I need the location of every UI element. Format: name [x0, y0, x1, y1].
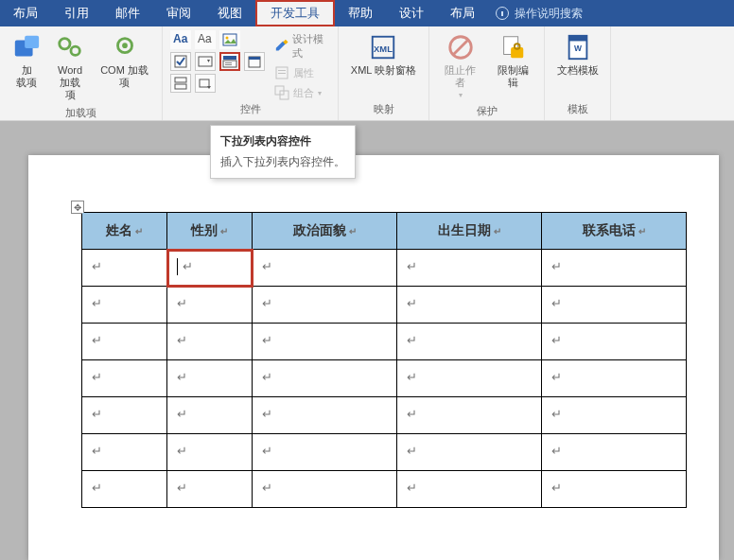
- table-cell[interactable]: ↵: [253, 250, 397, 287]
- table-cell[interactable]: ↵: [542, 471, 687, 508]
- legacy-tools-button[interactable]: [195, 74, 216, 93]
- table-cell[interactable]: ↵: [167, 471, 253, 508]
- table-cell[interactable]: ↵: [253, 360, 397, 397]
- tab-layout[interactable]: 布局: [0, 0, 51, 26]
- table-cell[interactable]: ↵: [253, 287, 397, 324]
- paragraph-mark: ↵: [551, 444, 562, 458]
- xml-mapping-icon: XML: [368, 32, 398, 62]
- table-row: ↵↵↵↵↵: [82, 360, 687, 397]
- svg-point-5: [122, 43, 128, 48]
- table-cell[interactable]: ↵: [253, 397, 397, 434]
- header-birthdate-label: 出生日期: [438, 222, 491, 237]
- combo-box-control-button[interactable]: [195, 52, 216, 71]
- properties-button[interactable]: 属性: [274, 65, 330, 80]
- table-cell[interactable]: ↵: [167, 360, 253, 397]
- header-political[interactable]: 政治面貌↵: [253, 213, 397, 250]
- paragraph-mark: ↵: [262, 259, 272, 273]
- table-cell[interactable]: ↵: [167, 250, 253, 287]
- tab-developer[interactable]: 开发工具: [255, 0, 335, 26]
- xml-mapping-pane-button[interactable]: XML XML 映射窗格: [347, 30, 420, 79]
- table-cell[interactable]: ↵: [397, 471, 542, 508]
- table-cell[interactable]: ↵: [542, 360, 687, 397]
- table-cell[interactable]: ↵: [542, 397, 687, 434]
- header-gender[interactable]: 性别↵: [167, 213, 253, 250]
- date-picker-control-button[interactable]: [244, 52, 265, 71]
- tab-review[interactable]: 审阅: [153, 0, 204, 26]
- com-addins-button[interactable]: COM 加载项: [95, 30, 154, 91]
- svg-rect-11: [223, 61, 236, 67]
- svg-rect-18: [200, 79, 209, 87]
- page[interactable]: ✥ 姓名↵ 性别↵ 政治面貌↵ 出生日期↵ 联系电话↵ ↵↵↵↵↵↵↵↵↵↵↵↵…: [28, 155, 719, 560]
- restrict-editing-label: 限制编辑: [494, 64, 533, 89]
- svg-text:XML: XML: [375, 44, 393, 54]
- header-phone-label: 联系电话: [583, 222, 636, 237]
- paragraph-mark: ↵: [638, 226, 646, 236]
- tell-me-search[interactable]: 操作说明搜索: [496, 6, 583, 22]
- addins-button[interactable]: 加 载项: [8, 30, 45, 91]
- table-cell[interactable]: ↵: [82, 324, 167, 360]
- form-table[interactable]: 姓名↵ 性别↵ 政治面貌↵ 出生日期↵ 联系电话↵ ↵↵↵↵↵↵↵↵↵↵↵↵↵↵…: [81, 212, 687, 508]
- table-cell[interactable]: ↵: [167, 324, 253, 360]
- table-cell[interactable]: ↵: [542, 287, 687, 324]
- tab-help[interactable]: 帮助: [335, 0, 386, 26]
- table-cell[interactable]: ↵: [82, 434, 167, 471]
- properties-label: 属性: [293, 66, 314, 80]
- table-cell[interactable]: ↵: [397, 324, 542, 360]
- svg-text:W: W: [574, 44, 582, 53]
- table-cell[interactable]: ↵: [253, 434, 397, 471]
- table-cell[interactable]: ↵: [542, 324, 687, 360]
- svg-rect-21: [278, 70, 286, 71]
- table-cell[interactable]: ↵: [542, 434, 687, 471]
- dropdown-list-control-button[interactable]: [219, 52, 240, 71]
- document-template-button[interactable]: W 文档模板: [553, 30, 603, 79]
- paragraph-mark: ↵: [92, 370, 102, 384]
- table-cell[interactable]: ↵: [167, 397, 253, 434]
- tab-design[interactable]: 设计: [386, 0, 437, 26]
- word-addins-button[interactable]: Word 加载项: [51, 30, 89, 104]
- svg-rect-16: [175, 78, 186, 82]
- table-cell[interactable]: ↵: [82, 471, 167, 508]
- table-cell[interactable]: ↵: [397, 360, 542, 397]
- group-control-button[interactable]: 组合 ▾: [274, 85, 330, 100]
- svg-line-28: [453, 41, 467, 55]
- table-cell[interactable]: ↵: [167, 287, 253, 324]
- design-mode-button[interactable]: 设计模式: [274, 32, 330, 61]
- paragraph-mark: ↵: [92, 259, 102, 273]
- design-mode-label: 设计模式: [292, 32, 330, 61]
- tab-mailings[interactable]: 邮件: [102, 0, 153, 26]
- header-phone[interactable]: 联系电话↵: [542, 213, 687, 250]
- checkbox-control-button[interactable]: [170, 52, 191, 71]
- table-cell[interactable]: ↵: [397, 287, 542, 324]
- table-cell[interactable]: ↵: [397, 397, 542, 434]
- table-cell[interactable]: ↵: [167, 434, 253, 471]
- paragraph-mark: ↵: [92, 296, 102, 310]
- paragraph-mark: ↵: [177, 481, 187, 495]
- table-cell[interactable]: ↵: [397, 250, 542, 287]
- repeating-section-control-button[interactable]: [170, 74, 191, 93]
- paragraph-mark: ↵: [92, 481, 102, 495]
- tab-view[interactable]: 视图: [204, 0, 255, 26]
- table-cell[interactable]: ↵: [253, 471, 397, 508]
- table-cell[interactable]: ↵: [82, 250, 167, 287]
- rich-text-control-button[interactable]: Aa: [170, 30, 191, 49]
- restrict-editing-button[interactable]: 限制编辑: [490, 30, 537, 91]
- properties-icon: [274, 65, 289, 80]
- header-birthdate[interactable]: 出生日期↵: [397, 213, 542, 250]
- table-cell[interactable]: ↵: [253, 324, 397, 360]
- tab-layout-table[interactable]: 布局: [437, 0, 488, 26]
- plain-text-control-button[interactable]: Aa: [195, 30, 216, 49]
- table-cell[interactable]: ↵: [397, 434, 542, 471]
- table-cell[interactable]: ↵: [82, 287, 167, 324]
- tab-references[interactable]: 引用: [51, 0, 102, 26]
- table-cell[interactable]: ↵: [82, 397, 167, 434]
- block-authors-button[interactable]: 阻止作者 ▾: [437, 30, 484, 102]
- group-templates: W 文档模板 模板: [545, 26, 611, 120]
- svg-rect-1: [25, 36, 39, 48]
- dropdown-list-icon: [222, 54, 237, 69]
- header-name[interactable]: 姓名↵: [82, 213, 167, 250]
- table-cell[interactable]: ↵: [82, 360, 167, 397]
- header-name-label: 姓名: [106, 222, 132, 237]
- table-cell[interactable]: ↵: [542, 250, 687, 287]
- paragraph-mark: ↵: [407, 370, 417, 384]
- picture-control-button[interactable]: [219, 30, 240, 49]
